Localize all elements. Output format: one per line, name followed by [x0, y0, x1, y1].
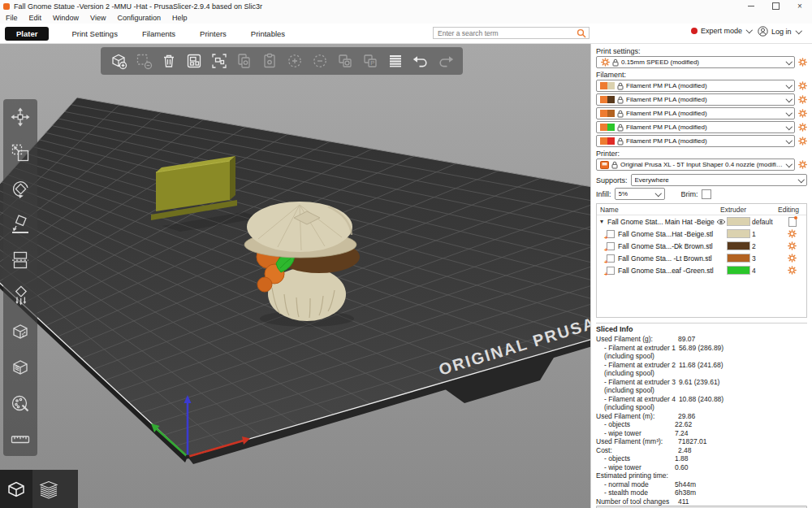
- profile-gear-icon: [600, 58, 610, 67]
- close-button[interactable]: ×: [788, 0, 812, 12]
- part-settings-gear-icon[interactable]: [788, 266, 797, 276]
- object-row-part[interactable]: Fall Gnome Sta...-Dk Brown.stl 2: [597, 240, 806, 252]
- part-cube-icon: [607, 230, 615, 238]
- filament-color-swatch: [600, 96, 615, 103]
- filament-select[interactable]: Filament PM PLA (modified): [596, 121, 795, 133]
- fuzzy-skin-icon[interactable]: [10, 320, 32, 342]
- tab-print-settings[interactable]: Print Settings: [70, 27, 119, 41]
- brim-label: Brim:: [681, 190, 698, 198]
- part-cube-icon: [607, 254, 615, 263]
- measure-icon[interactable]: [10, 428, 32, 449]
- filament-selectors: Filament PM PLA (modified) Filament PM P…: [596, 80, 807, 149]
- tab-plater[interactable]: Plater: [5, 27, 49, 41]
- chevron-down-icon: [797, 176, 804, 183]
- expert-mode-dot-icon: [691, 28, 698, 34]
- delete-all-icon[interactable]: [159, 52, 178, 71]
- remove-instance-icon: [310, 52, 329, 71]
- extruder-color-swatch[interactable]: [727, 266, 750, 275]
- edit-object-icon[interactable]: [788, 217, 797, 227]
- chevron-down-icon: [746, 27, 753, 33]
- tab-filaments[interactable]: Filaments: [140, 27, 177, 41]
- filament-settings-gear-button[interactable]: [797, 109, 807, 119]
- filament-color-swatch: [600, 110, 615, 117]
- preview-view-toggle[interactable]: [32, 470, 65, 508]
- filament-select[interactable]: Filament PM PLA (modified): [596, 93, 795, 106]
- sliced-info-row: - Filament at extruder 211.68 (241.68): [596, 361, 807, 370]
- cut-icon[interactable]: [10, 249, 32, 271]
- scale-icon[interactable]: [10, 141, 32, 163]
- sliced-info-row: Used Filament (g):89.07: [596, 335, 807, 344]
- filament-select[interactable]: Filament PM PLA (modified): [596, 135, 795, 147]
- menu-help[interactable]: Help: [166, 14, 193, 22]
- editor-view-toggle[interactable]: [0, 470, 32, 508]
- login-button[interactable]: Log in: [758, 26, 801, 37]
- object-row-part[interactable]: Fall Gnome Sta...Hat -Beige.stl 1: [597, 228, 806, 240]
- filament-settings-gear-button[interactable]: [797, 123, 807, 132]
- view-mode-toggles: [0, 470, 78, 508]
- infill-select[interactable]: 5%: [615, 188, 665, 200]
- variable-layer-height-icon[interactable]: [386, 52, 404, 71]
- tab-printables[interactable]: Printables: [249, 27, 287, 41]
- sliced-info-row: (including spool): [596, 352, 807, 361]
- printer-select[interactable]: Original Prusa XL - 5T Input Shaper 0.4 …: [596, 158, 795, 171]
- filament-select[interactable]: Filament PM PLA (modified): [596, 80, 795, 92]
- 3d-viewport[interactable]: ORIGINAL PRUSA XL: [0, 44, 590, 508]
- filament-label: Filament:: [596, 71, 807, 79]
- search-input[interactable]: [436, 28, 577, 38]
- place-on-face-icon[interactable]: [10, 213, 32, 235]
- filament-settings-gear-button[interactable]: [797, 81, 807, 91]
- add-object-icon[interactable]: [109, 52, 127, 71]
- extruder-color-swatch[interactable]: [727, 217, 750, 226]
- tab-printers[interactable]: Printers: [198, 27, 228, 41]
- seam-painting-icon[interactable]: [10, 356, 32, 378]
- scene-canvas[interactable]: ORIGINAL PRUSA XL: [0, 44, 590, 508]
- printer-settings-gear-button[interactable]: [797, 160, 807, 170]
- part-settings-gear-icon[interactable]: [788, 229, 797, 239]
- minimize-button[interactable]: [739, 0, 763, 12]
- brim-checkbox[interactable]: [702, 189, 711, 199]
- sliced-info-row: - normal mode5h44m: [596, 480, 807, 489]
- sliced-info-row: - objects22.62: [596, 420, 807, 429]
- mmu-painting-icon[interactable]: [10, 392, 32, 414]
- object-row-root[interactable]: ▾ Fall Gnome Stat... Main Hat -Beige def…: [597, 215, 806, 228]
- search-icon[interactable]: [577, 28, 586, 38]
- object-row-part[interactable]: Fall Gnome Sta...eaf -Green.stl 4: [597, 264, 806, 276]
- print-settings-select[interactable]: 0.15mm SPEED (modified): [596, 56, 795, 68]
- expand-caret-icon[interactable]: ▾: [600, 218, 607, 225]
- extruder-color-swatch[interactable]: [727, 241, 750, 250]
- move-icon[interactable]: [10, 106, 32, 128]
- menu-view[interactable]: View: [84, 14, 111, 22]
- extruder-color-swatch[interactable]: [727, 229, 750, 238]
- print-settings-gear-button[interactable]: [797, 58, 807, 67]
- support-painting-icon[interactable]: [10, 284, 32, 306]
- extruder-color-swatch[interactable]: [727, 254, 750, 263]
- filament-settings-gear-button[interactable]: [797, 137, 807, 146]
- filament-settings-gear-button[interactable]: [797, 95, 807, 105]
- object-row-part[interactable]: Fall Gnome Sta... -Lt Brown.stl 3: [597, 252, 806, 264]
- menu-window[interactable]: Window: [47, 14, 84, 22]
- chevron-down-icon: [785, 59, 792, 65]
- gizmo-toolbar: [3, 99, 37, 456]
- lock-icon: [617, 96, 624, 104]
- part-settings-gear-icon[interactable]: [788, 241, 797, 251]
- menu-configuration[interactable]: Configuration: [111, 14, 166, 22]
- arrange-current-bed-icon[interactable]: [209, 52, 228, 71]
- mode-selector[interactable]: Expert mode: [691, 27, 752, 35]
- visibility-eye-icon[interactable]: [715, 219, 727, 225]
- lock-icon: [612, 59, 619, 67]
- rotate-icon[interactable]: [10, 177, 32, 199]
- sliced-info-row: - wipe tower0.60: [596, 463, 807, 472]
- undo-icon[interactable]: [411, 52, 430, 71]
- menu-bar: FileEditWindowViewConfigurationHelp: [0, 12, 812, 24]
- menu-edit[interactable]: Edit: [24, 14, 48, 22]
- part-settings-gear-icon[interactable]: [788, 254, 797, 263]
- supports-select[interactable]: Everywhere: [631, 174, 807, 186]
- filament-select[interactable]: Filament PM PLA (modified): [596, 107, 795, 119]
- filament-color-swatch: [600, 124, 615, 131]
- sliced-info-row: - Filament at extruder 410.88 (240.88): [596, 395, 807, 404]
- search-box[interactable]: [433, 27, 590, 39]
- maximize-button[interactable]: [763, 0, 788, 12]
- chevron-down-icon: [785, 124, 792, 130]
- menu-file[interactable]: File: [0, 14, 24, 22]
- arrange-icon[interactable]: [184, 52, 203, 71]
